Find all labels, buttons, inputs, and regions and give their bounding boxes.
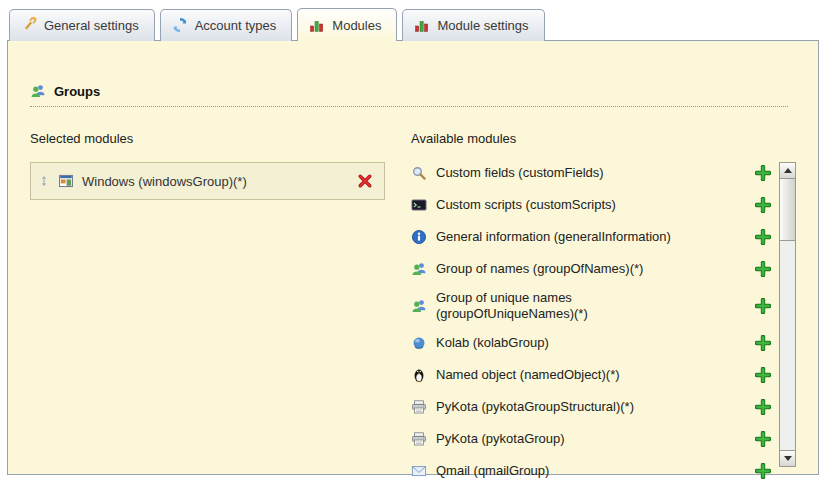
available-module-label: Group of unique names (groupOfUniqueName… [436,290,588,322]
scroll-up-icon [784,168,792,173]
tab-icon [414,17,430,33]
available-modules-area: Custom fields (customFields) Custom scri… [411,162,796,481]
module-icon [411,165,427,181]
available-module-label: Kolab (kolabGroup) [436,335,549,351]
tab-account-types[interactable]: Account types [160,9,293,41]
available-module-label: PyKota (pykotaGroupStructural)(*) [436,399,634,415]
available-module-row: Custom scripts (customScripts) [411,194,771,216]
available-module-label: Group of names (groupOfNames)(*) [436,261,643,277]
available-module-label: Custom fields (customFields) [436,165,604,181]
add-module-icon[interactable] [755,165,771,181]
selected-modules-heading: Selected modules [30,131,385,146]
module-icon [411,399,427,415]
scrollbar-thumb[interactable] [780,179,795,241]
available-module-label: Custom scripts (customScripts) [436,197,616,213]
add-module-icon[interactable] [755,463,771,479]
available-module-label: General information (generalInformation) [436,229,671,245]
drag-handle-icon[interactable] [38,174,50,188]
module-icon [411,197,427,213]
available-module-row: Group of unique names (groupOfUniqueName… [411,290,771,322]
selected-module-row: Windows (windowsGroup)(*) [34,166,381,196]
tab-general-settings[interactable]: General settings [9,9,155,41]
tab-label: General settings [44,18,139,33]
tab-icon [172,17,188,33]
available-module-row: PyKota (pykotaGroupStructural)(*) [411,396,771,418]
page-title: Groups [54,84,100,99]
module-icon [58,173,74,189]
tab-modules[interactable]: Modules [297,8,397,41]
available-module-label: Qmail (qmailGroup) [436,463,549,479]
module-icon [411,261,427,277]
available-module-row: Kolab (kolabGroup) [411,332,771,354]
tab-label: Account types [195,18,277,33]
module-icon [411,367,427,383]
scroll-down-icon [784,456,792,461]
available-modules-list: Custom fields (customFields) Custom scri… [411,162,771,481]
add-module-icon[interactable] [755,229,771,245]
columns: Selected modules Windows (windowsGroup)(… [30,131,818,481]
available-module-row: Group of names (groupOfNames)(*) [411,258,771,280]
selected-modules-column: Selected modules Windows (windowsGroup)(… [30,131,385,481]
tab-label: Module settings [437,18,528,33]
module-icon [411,298,427,314]
add-module-icon[interactable] [755,197,771,213]
available-module-row: Custom fields (customFields) [411,162,771,184]
content-panel: Groups Selected modules Windows (windows… [7,40,819,475]
available-module-row: Named object (namedObject)(*) [411,364,771,386]
available-module-row: General information (generalInformation) [411,226,771,248]
module-icon [411,229,427,245]
add-module-icon[interactable] [755,261,771,277]
add-module-icon[interactable] [755,335,771,351]
module-icon [411,335,427,351]
scrollbar[interactable] [779,162,796,467]
tab-icon [21,17,37,33]
section-header: Groups [30,83,788,107]
tab-module-settings[interactable]: Module settings [402,9,544,41]
selected-module-label: Windows (windowsGroup)(*) [82,174,247,189]
available-modules-column: Available modules Custom fields (customF… [411,131,796,481]
available-module-label: PyKota (pykotaGroup) [436,431,565,447]
selected-modules-box: Windows (windowsGroup)(*) [30,162,385,200]
remove-module-icon[interactable] [357,173,373,189]
available-module-row: Qmail (qmailGroup) [411,460,771,481]
module-icon [411,463,427,479]
add-module-icon[interactable] [755,367,771,383]
add-module-icon[interactable] [755,399,771,415]
available-modules-heading: Available modules [411,131,796,146]
tab-bar: General settings Account types Modules M… [0,0,826,40]
scroll-down-button[interactable] [780,450,795,466]
available-module-label: Named object (namedObject)(*) [436,367,620,383]
scroll-up-button[interactable] [780,163,795,179]
add-module-icon[interactable] [755,431,771,447]
tab-label: Modules [332,18,381,33]
tab-icon [309,17,325,33]
module-icon [411,431,427,447]
groups-icon [30,83,46,99]
lam-configuration-page: General settings Account types Modules M… [0,0,826,481]
add-module-icon[interactable] [755,298,771,314]
available-module-row: PyKota (pykotaGroup) [411,428,771,450]
